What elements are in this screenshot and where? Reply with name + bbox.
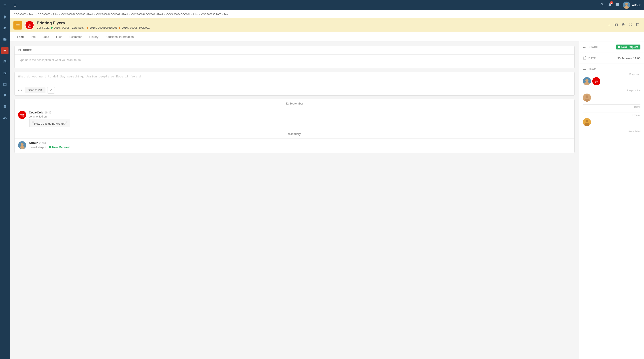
sidebar-people-icon[interactable] [1, 24, 8, 32]
breadcrumb-item[interactable]: COCA0003ACCO006 - Feed [60, 13, 94, 16]
sidebar-users-icon[interactable] [1, 114, 8, 121]
resize-button[interactable] [635, 22, 640, 28]
responsible-avatar[interactable] [583, 94, 591, 102]
svg-point-10 [21, 143, 24, 146]
feed-action: commented on. [29, 115, 571, 118]
more-options-button[interactable]: ••• [17, 87, 23, 93]
brief-placeholder: Type here the description of what you wa… [18, 58, 81, 62]
stage-value[interactable]: New Request [616, 44, 640, 50]
feed-user-name: Coca-Cola [29, 111, 43, 114]
breadcrumb-item[interactable]: COCA0003ACCO004 - Jobs [165, 13, 199, 16]
tab-history[interactable]: History [86, 33, 102, 41]
svg-point-13 [585, 79, 588, 82]
sidebar-bulb-icon[interactable] [1, 14, 8, 20]
tab-files[interactable]: Files [52, 33, 66, 41]
feed-meta-arthur: Arthur 22:13 [29, 141, 571, 144]
brief-content[interactable]: Type here the description of what you wa… [14, 54, 574, 68]
print-button[interactable] [621, 22, 626, 28]
header-meta: Coca-Cola 2016 / 00005 - Zero Sug... 201… [37, 26, 150, 29]
team-header: TEAM [579, 64, 644, 73]
user-name: Arthur [632, 3, 640, 7]
traffic-avatars [579, 109, 644, 111]
notification-badge: 2 [610, 1, 613, 4]
date-icon [583, 56, 586, 60]
body-layout: BRIEF Type here the description of what … [10, 42, 644, 359]
role-associated: Associated [579, 130, 644, 134]
tab-info[interactable]: Info [27, 33, 40, 41]
brief-label: BRIEF [23, 49, 32, 52]
page-header: Coca Cola Printing Flyers Coca-Cola 2016… [10, 18, 644, 32]
tab-jobs[interactable]: Jobs [39, 33, 52, 41]
right-panel: ••• STAGE New Request DATE 30 January, 1… [579, 42, 644, 359]
tag-1: 2016 / 00005 - Zero Sug... [54, 26, 85, 29]
role-divider [583, 88, 640, 88]
sidebar-report-icon[interactable] [1, 70, 8, 76]
tag-dot-3 [118, 27, 120, 29]
add-button[interactable]: ＋ [606, 22, 612, 28]
date-section: DATE 30 January, 11:00 [579, 53, 644, 64]
sidebar-doc-icon[interactable] [1, 103, 8, 110]
page-title: Printing Flyers [37, 21, 150, 26]
date-divider-sept: 12 September [14, 99, 574, 108]
svg-point-22 [586, 120, 588, 122]
comment-input[interactable] [14, 72, 574, 84]
team-section: TEAM Requester Coc [579, 64, 644, 138]
feed-body-arthur: Arthur 22:13 moved stage to New Request [29, 141, 571, 150]
confirm-button[interactable]: ✓ [47, 87, 55, 94]
role-executor: Executor [579, 114, 644, 117]
tab-additional-info[interactable]: Additional Information [102, 33, 138, 41]
feed-entry-coca-cola: Coca Cola Coca-Cola 19:32 commented on. … [14, 108, 574, 130]
send-pm-button[interactable]: Send to PM [24, 87, 46, 93]
stage-section: ••• STAGE New Request [579, 42, 644, 53]
breadcrumb-item[interactable]: COCA0003CR007 - Feed [200, 13, 230, 16]
search-icon[interactable] [600, 3, 604, 8]
date-label: DATE [588, 57, 609, 60]
brand-logo: Coca Cola [25, 20, 34, 30]
executor-avatar[interactable] [583, 118, 591, 126]
breadcrumb-item[interactable]: COCA0003ACCO004 - Feed [130, 13, 164, 16]
sidebar-folder-icon[interactable] [1, 36, 8, 43]
svg-text:Cola: Cola [595, 82, 598, 84]
brand-label: Coca-Cola [37, 26, 50, 29]
requester-avatar-cocacola[interactable]: Coca Cola [592, 77, 600, 85]
tag-3: 2016 / 00005PROD001 [122, 26, 150, 29]
header-left: Coca Cola Printing Flyers Coca-Cola 2016… [14, 20, 150, 30]
stage-value-dot [618, 46, 620, 48]
main-container: ☰ 2 Ar [10, 0, 644, 359]
feed-area: BRIEF Type here the description of what … [10, 42, 579, 359]
role-responsible: Responsible [579, 89, 644, 93]
tab-feed[interactable]: Feed [14, 33, 27, 41]
tag-dot-2 [86, 27, 88, 29]
header-icon-box [14, 20, 22, 30]
stage-name: New Request [52, 146, 70, 149]
copy-button[interactable] [614, 22, 619, 28]
expand-button[interactable] [628, 22, 633, 28]
hamburger-menu[interactable]: ☰ [14, 3, 16, 8]
sidebar-calc-icon[interactable] [1, 58, 8, 65]
tag-2: 2016 / 00005CREA003 [90, 26, 117, 29]
sidebar-list-icon[interactable] [1, 47, 8, 54]
associated-avatars [579, 134, 644, 136]
requester-avatar-arthur[interactable] [583, 77, 591, 85]
breadcrumb-item[interactable]: COCA0003 - Feed [12, 13, 36, 16]
breadcrumb-item[interactable]: COCA0003 - Jobs [36, 13, 59, 16]
sidebar-pin-icon[interactable] [1, 92, 8, 99]
sidebar-calendar-icon[interactable] [1, 80, 8, 88]
feed-entry-arthur: Arthur 22:13 moved stage to New Request [14, 138, 574, 153]
user-menu[interactable]: Arthur [623, 2, 640, 9]
stage-label: STAGE [589, 46, 608, 48]
stage-dot [49, 146, 51, 148]
stage-value-text: New Request [622, 46, 638, 48]
feed-time: 19:32 [44, 111, 51, 114]
breadcrumb-bar: COCA0003 - Feed • COCA0003 - Jobs • COCA… [10, 10, 644, 18]
avatar-arthur [18, 141, 26, 149]
sidebar-menu-icon[interactable]: ☰ [1, 2, 8, 10]
feed-action-arthur: moved stage to New Request [29, 146, 571, 149]
notifications-icon[interactable]: 2 [608, 3, 612, 8]
team-label: TEAM [588, 68, 640, 70]
breadcrumb-item[interactable]: COCA0003ACCO001 - Feed [95, 13, 129, 16]
header-right: ＋ [606, 22, 640, 28]
sidebar: ☰ [0, 0, 10, 359]
chat-icon[interactable] [615, 3, 620, 8]
tab-estimates[interactable]: Estimates [66, 33, 86, 41]
